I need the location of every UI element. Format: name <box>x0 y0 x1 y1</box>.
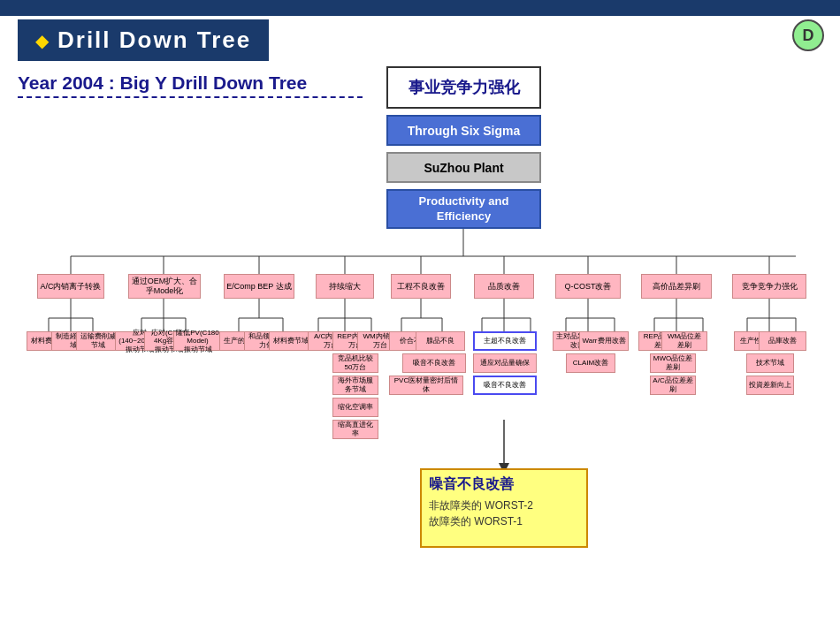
l3-7-3: CLAIM改善 <box>566 353 615 373</box>
top-bar <box>0 0 840 16</box>
l3-1-3: 运输费削减节域 <box>76 331 120 351</box>
l3-4-6: 缩化空调率 <box>332 398 378 417</box>
l3-6-2: 通应对品量确保 <box>473 353 537 373</box>
node-productivity: Productivity andEfficiency <box>386 189 541 229</box>
l3-8-4: A/C品位差差刷 <box>650 376 696 395</box>
callout-title: 噪音不良改善 <box>429 475 579 494</box>
l3-4-5: 海外市场服务节域 <box>332 376 378 395</box>
page-title: Drill Down Tree <box>57 27 251 54</box>
l3-8-3: MWO品位差差刷 <box>650 353 696 373</box>
l3-8-2: WM品位差差刷 <box>661 331 707 351</box>
drill-down-header: ◆ Drill Down Tree <box>18 19 269 61</box>
l3-3-3: 材料费节域 <box>269 331 313 351</box>
level2-ecomp: E/Comp BEP 达成 <box>224 274 294 299</box>
l3-6-3-highlight: 吸音不良改善 <box>473 376 537 395</box>
l3-9-2: 品庫改善 <box>759 331 806 351</box>
node-chinese-top: 事业竞争力强化 <box>386 66 541 109</box>
year-title: Year 2004 : Big Y Drill Down Tree <box>18 72 363 98</box>
l3-5-2: 腺品不良 <box>416 331 465 351</box>
node-six-sigma: Through Six Sigma <box>386 115 541 146</box>
diamond-icon: ◆ <box>35 30 49 51</box>
l3-6-1-highlight: 主超不良改善 <box>473 331 537 351</box>
callout-line1: 非故障类的 WORST-2 故障类的 WORST-1 <box>429 497 579 529</box>
l3-2-3: 隆低PV(C180 Model)振动节域 <box>173 331 222 351</box>
level2-qcost: Q-COST改善 <box>555 274 621 299</box>
node-suzhou: SuZhou Plant <box>386 152 541 183</box>
l3-9-3: 技术节域 <box>746 353 794 373</box>
level2-compete: 竞争竞争力强化 <box>732 274 806 299</box>
l3-9-4: 投資差新向上 <box>746 376 794 395</box>
d-button[interactable]: D <box>792 19 824 51</box>
l3-7-2: Warr费用改善 <box>579 331 629 351</box>
l3-5-3: 吸音不良改善 <box>402 353 466 373</box>
l3-4-4: 竞品机比较50万台 <box>332 353 378 373</box>
l3-4-7: 缩高直进化率 <box>332 420 378 439</box>
callout-box: 噪音不良改善 非故障类的 WORST-2 故障类的 WORST-1 <box>420 468 588 548</box>
l3-5-4: PVC医材量密封后情体 <box>389 376 463 395</box>
level2-oem: 通过OEM扩大、合乎Model化 <box>128 274 201 299</box>
level2-engineering: 工程不良改善 <box>391 274 451 299</box>
level2-ac-nasal: A/C内销离子转换 <box>37 274 104 299</box>
level2-sustain: 持续缩大 <box>316 274 374 299</box>
level2-quality: 品质改善 <box>474 274 534 299</box>
level2-premium: 高价品差异刷 <box>641 274 712 299</box>
